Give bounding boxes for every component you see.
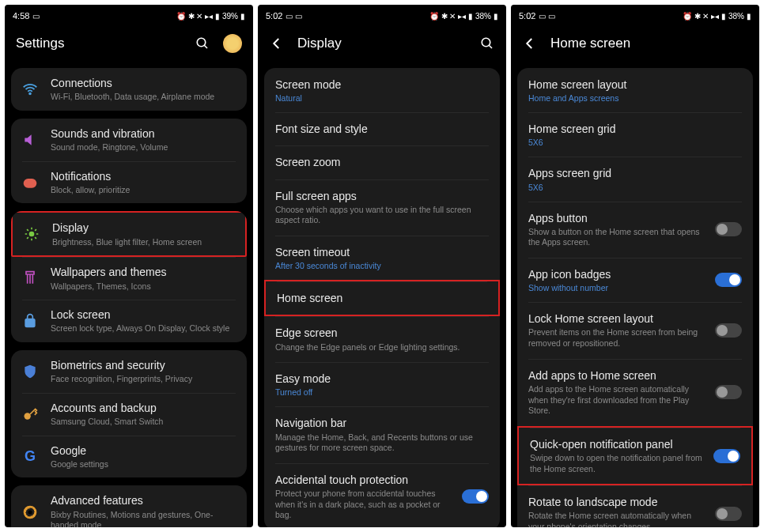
toggle-apps-button[interactable] [715, 222, 742, 236]
row-sounds[interactable]: Sounds and vibrationSound mode, Ringtone… [11, 119, 247, 161]
card: Sounds and vibrationSound mode, Ringtone… [11, 119, 247, 204]
row-notifications[interactable]: NotificationsBlock, allow, prioritize [11, 161, 247, 204]
row-home-grid[interactable]: Home screen grid5X6 [517, 112, 753, 157]
wallpaper-icon [21, 269, 40, 288]
row-quick-open[interactable]: Quick-open notification panelSwipe down … [517, 426, 753, 485]
row-accounts[interactable]: Accounts and backupSamsung Cloud, Smart … [11, 393, 247, 436]
row-sub: Wi-Fi, Bluetooth, Data usage, Airplane m… [51, 92, 237, 103]
back-button[interactable] [269, 36, 285, 51]
row-title: Apps screen grid [528, 166, 742, 180]
status-time: 5:02 [519, 11, 535, 21]
row-accidental[interactable]: Accidental touch protectionProtect your … [264, 463, 500, 527]
card: Biometrics and securityFace recognition,… [11, 350, 247, 477]
toggle-accidental[interactable] [462, 489, 489, 504]
lock-icon [21, 311, 40, 330]
row-sub: 5X6 [528, 183, 742, 192]
display-list[interactable]: Screen modeNatural Font size and style S… [258, 60, 506, 527]
row-title: Lock Home screen layout [528, 311, 704, 326]
row-title: Sounds and vibration [51, 126, 237, 141]
row-title: Add apps to Home screen [528, 368, 704, 383]
row-title: Edge screen [275, 326, 489, 340]
row-connections[interactable]: ConnectionsWi-Fi, Bluetooth, Data usage,… [11, 68, 247, 111]
toggle-add-apps[interactable] [715, 385, 742, 399]
row-apps-grid[interactable]: Apps screen grid5X6 [517, 157, 753, 201]
home-screen-list[interactable]: Home screen layoutHome and Apps screens … [511, 60, 759, 527]
settings-list[interactable]: ConnectionsWi-Fi, Bluetooth, Data usage,… [5, 60, 253, 527]
row-apps-button[interactable]: Apps buttonShow a button on the Home scr… [517, 202, 753, 258]
back-button[interactable] [522, 36, 538, 51]
svg-line-11 [27, 238, 28, 240]
page-title: Settings [16, 36, 182, 51]
status-bar: 5:02 ▭ ▭ ⏰ ✱ ✕ ▸◂ ▮ 38% ▮ [258, 5, 506, 27]
row-screen-mode[interactable]: Screen modeNatural [264, 68, 500, 112]
row-zoom[interactable]: Screen zoom [264, 145, 500, 179]
row-title: Display [52, 221, 236, 235]
toggle-quick-open[interactable] [713, 449, 740, 463]
row-add-apps[interactable]: Add apps to Home screenAdd apps to the H… [517, 359, 753, 426]
avatar[interactable] [223, 34, 242, 53]
key-icon [21, 405, 40, 424]
row-title: App icon badges [528, 267, 704, 281]
svg-point-15 [28, 511, 32, 515]
status-icons-right: ⏰ ✱ ✕ ▸◂ ▮ [429, 12, 473, 21]
row-google[interactable]: G GoogleGoogle settings [11, 436, 247, 478]
row-sub: Protect your phone from accidental touch… [275, 489, 451, 521]
battery-icon: ▮ [747, 12, 751, 21]
row-wallpapers[interactable]: Wallpapers and themesWallpapers, Themes,… [11, 257, 247, 300]
svg-rect-3 [24, 179, 37, 188]
row-layout[interactable]: Home screen layoutHome and Apps screens [517, 68, 753, 112]
toggle-badges[interactable] [715, 273, 742, 287]
toggle-rotate[interactable] [715, 507, 742, 521]
status-battery: 38% [475, 12, 491, 21]
row-title: Notifications [51, 169, 237, 183]
row-display[interactable]: DisplayBrightness, Blue light filter, Ho… [11, 211, 247, 257]
row-sub: Home and Apps screens [528, 93, 742, 103]
header: Display [258, 27, 506, 60]
row-title: Biometrics and security [51, 358, 237, 372]
row-sub: Natural [275, 93, 489, 103]
row-fullscreen[interactable]: Full screen appsChoose which apps you wa… [264, 179, 500, 236]
row-title: Screen mode [275, 77, 489, 92]
row-sub: Wallpapers, Themes, Icons [51, 281, 237, 292]
svg-line-1 [204, 45, 207, 48]
row-lock-layout[interactable]: Lock Home screen layoutPrevent items on … [517, 302, 753, 358]
svg-point-2 [29, 92, 31, 94]
header: Settings [5, 27, 253, 60]
row-easy[interactable]: Easy modeTurned off [264, 362, 500, 406]
row-edge[interactable]: Edge screenChange the Edge panels or Edg… [264, 316, 500, 362]
row-badges[interactable]: App icon badgesShow without number [517, 258, 753, 302]
status-bar: 4:58 ▭ ⏰ ✱ ✕ ▸◂ ▮ 39% ▮ [5, 5, 253, 27]
status-bar: 5:02 ▭ ▭ ⏰ ✱ ✕ ▸◂ ▮ 38% ▮ [511, 5, 759, 27]
status-time: 4:58 [13, 11, 29, 21]
search-icon[interactable] [479, 36, 495, 51]
row-title: Home screen layout [528, 77, 742, 92]
row-home-screen[interactable]: Home screen [264, 280, 500, 316]
row-sub: Face recognition, Fingerprints, Privacy [51, 374, 237, 385]
row-sub: Bixby Routines, Motions and gestures, On… [51, 510, 237, 527]
toggle-lock-layout[interactable] [715, 323, 742, 338]
row-nav[interactable]: Navigation barManage the Home, Back, and… [264, 406, 500, 462]
card: Home screen layoutHome and Apps screens … [517, 68, 753, 527]
row-lockscreen[interactable]: Lock screenScreen lock type, Always On D… [11, 300, 247, 342]
row-timeout[interactable]: Screen timeoutAfter 30 seconds of inacti… [264, 236, 500, 280]
row-title: Wallpapers and themes [51, 265, 237, 279]
row-title: Home screen [277, 291, 487, 305]
status-icons-right: ⏰ ✱ ✕ ▸◂ ▮ [683, 12, 726, 21]
status-battery: 39% [222, 12, 238, 21]
row-font[interactable]: Font size and style [264, 112, 500, 145]
status-icons-right: ⏰ ✱ ✕ ▸◂ ▮ [176, 12, 220, 21]
card: Screen modeNatural Font size and style S… [264, 68, 500, 527]
row-title: Connections [51, 76, 237, 90]
row-advanced[interactable]: Advanced featuresBixby Routines, Motions… [11, 485, 247, 527]
card: Advanced featuresBixby Routines, Motions… [11, 485, 247, 527]
row-sub: Show without number [528, 283, 704, 292]
svg-line-12 [35, 229, 36, 231]
row-title: Apps button [528, 211, 704, 225]
row-title: Advanced features [51, 493, 237, 507]
row-biometrics[interactable]: Biometrics and securityFace recognition,… [11, 350, 247, 393]
search-icon[interactable] [195, 36, 210, 51]
row-title: Font size and style [275, 122, 489, 136]
row-title: Rotate to landscape mode [528, 495, 704, 509]
row-rotate[interactable]: Rotate to landscape modeRotate the Home … [517, 485, 753, 527]
shield-icon [21, 362, 40, 381]
